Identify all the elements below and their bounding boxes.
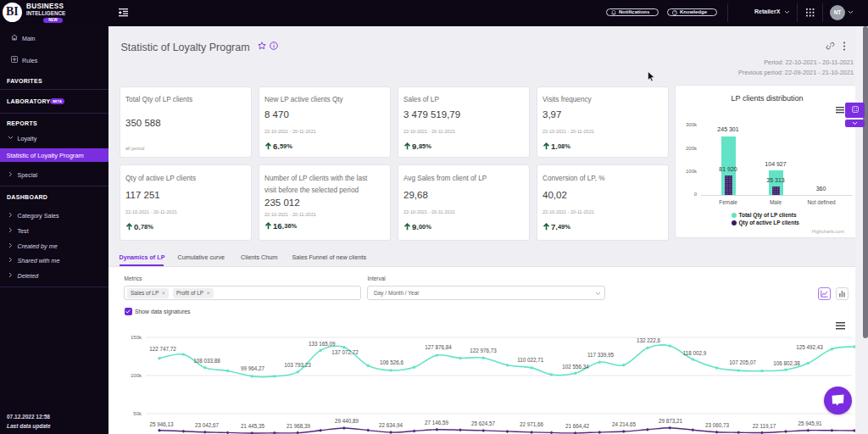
svg-text:127 876,84: 127 876,84 bbox=[425, 344, 452, 350]
svg-text:23 060,73: 23 060,73 bbox=[705, 422, 730, 428]
svg-text:21 968,39: 21 968,39 bbox=[287, 423, 311, 429]
svg-text:133 165,09: 133 165,09 bbox=[309, 341, 336, 347]
svg-text:50k: 50k bbox=[133, 411, 142, 416]
svg-text:25 945,91: 25 945,91 bbox=[798, 420, 822, 426]
svg-text:99 964,27: 99 964,27 bbox=[241, 365, 265, 371]
svg-text:21 445,35: 21 445,35 bbox=[241, 423, 265, 429]
svg-text:24 214,65: 24 214,65 bbox=[612, 421, 637, 427]
svg-text:23 042,67: 23 042,67 bbox=[195, 422, 220, 428]
svg-text:108 033,88: 108 033,88 bbox=[193, 358, 220, 364]
svg-text:118 002,9: 118 002,9 bbox=[683, 350, 707, 356]
svg-text:25 624,57: 25 624,57 bbox=[471, 420, 496, 426]
svg-text:106 802,38: 106 802,38 bbox=[773, 360, 800, 366]
svg-text:22 119,17: 22 119,17 bbox=[753, 423, 776, 429]
svg-text:106 526,6: 106 526,6 bbox=[380, 359, 404, 365]
svg-text:150k: 150k bbox=[131, 335, 142, 340]
svg-text:122 976,73: 122 976,73 bbox=[470, 348, 497, 353]
svg-text:110 022,71: 110 022,71 bbox=[517, 357, 544, 363]
svg-text:25 946,13: 25 946,13 bbox=[149, 421, 174, 427]
svg-text:107 205,07: 107 205,07 bbox=[729, 359, 756, 365]
svg-text:22 634,94: 22 634,94 bbox=[379, 422, 403, 428]
svg-text:125 492,43: 125 492,43 bbox=[796, 344, 823, 350]
svg-text:102 556,34: 102 556,34 bbox=[562, 364, 589, 370]
svg-text:122 747,72: 122 747,72 bbox=[149, 346, 176, 352]
svg-text:137 072,72: 137 072,72 bbox=[331, 349, 359, 355]
svg-text:29 440,89: 29 440,89 bbox=[335, 418, 359, 424]
svg-text:22 971,66: 22 971,66 bbox=[520, 421, 544, 427]
svg-text:27 146,59: 27 146,59 bbox=[425, 420, 449, 426]
svg-text:117 339,95: 117 339,95 bbox=[587, 352, 615, 358]
svg-text:21 664,42: 21 664,42 bbox=[565, 423, 590, 429]
svg-text:29 873,21: 29 873,21 bbox=[659, 418, 683, 424]
svg-text:103 793,23: 103 793,23 bbox=[284, 362, 311, 368]
svg-text:132 222,6: 132 222,6 bbox=[637, 337, 661, 343]
svg-text:100k: 100k bbox=[131, 373, 142, 378]
